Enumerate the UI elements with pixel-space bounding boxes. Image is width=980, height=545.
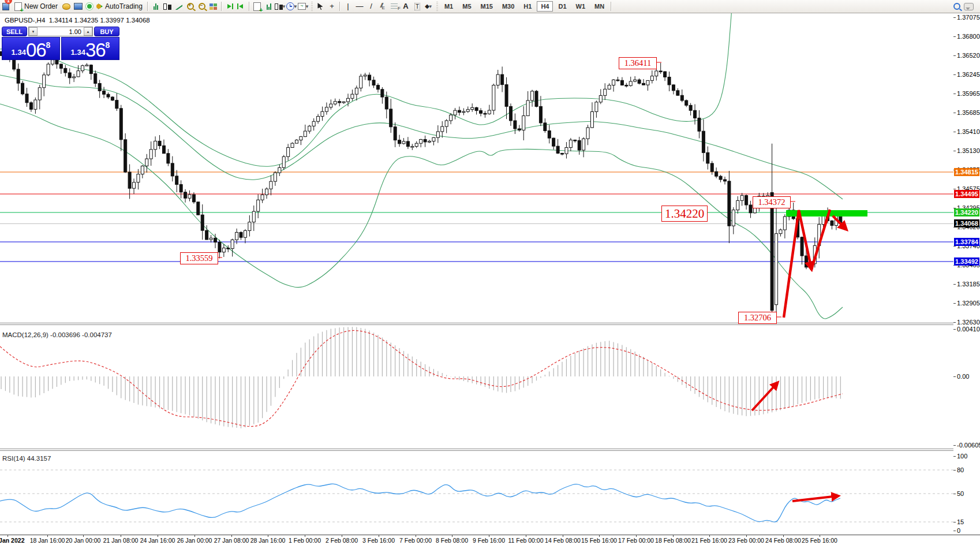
chart-symbol-header: GBPUSD-,H4 1.34114 1.34235 1.33997 1.340… [5,17,150,24]
new-chart-icon[interactable]: ▼ [275,1,286,12]
annotation-arrows[interactable] [217,62,846,501]
price-tag: 1.34068 [954,219,979,227]
macd-histogram [1,327,840,428]
rsi-tick-label: 80 [957,466,964,473]
horizontal-lines[interactable] [0,172,953,262]
price-annotation-label[interactable]: 1.34372 [753,196,791,208]
time-tick-label: 17 Jan 2022 [0,537,24,544]
trading-terminal-window: New Order AutoTrading + − ▼ ▼ ~▼ + | — /… [0,0,980,545]
time-tick-label: 23 Feb 00:00 [728,537,764,544]
chart-shift-icon[interactable] [235,1,247,12]
text-tool-icon[interactable]: A [400,1,412,12]
timeframe-m15[interactable]: M15 [477,1,497,12]
volume-value[interactable]: 1.00 [38,27,84,36]
timeframe-w1[interactable]: W1 [572,1,590,12]
sell-button[interactable]: SELL [2,27,27,36]
rsi-tick-label: 15 [957,518,964,525]
channel-tool-icon[interactable]: /// [377,1,388,12]
deposit-icon[interactable] [61,1,72,12]
zoom-out-icon[interactable]: − [196,1,208,12]
panel-separator[interactable] [0,449,980,449]
timeframe-m5[interactable]: M5 [458,1,475,12]
autotrading-icon [98,3,103,9]
timeframe-m1[interactable]: M1 [440,1,457,12]
time-tick-label: 24 Jan 16:00 [140,537,175,544]
timeframe-toolbar: M1M5M15M30H1H4D1W1MN [440,1,609,12]
price-annotation-label[interactable]: 1.32706 [738,312,777,324]
time-tick-label: 26 Jan 00:00 [177,537,212,544]
price-tick-label: 1.32630 [957,319,980,326]
bar-chart-icon[interactable] [150,1,162,12]
objects-list-icon[interactable] [263,1,275,12]
time-axis[interactable]: 17 Jan 202218 Jan 16:0020 Jan 00:0021 Ja… [0,535,980,545]
volume-increase-button[interactable]: ▲ [84,27,92,36]
price-tag: 1.34220 [954,208,979,216]
terminal-icon[interactable] [72,1,84,12]
volume-decrease-button[interactable]: ▼ [29,27,38,36]
time-tick-label: 1 Feb 00:00 [289,537,321,544]
price-tick-label: 1.36245 [957,71,980,78]
fibonacci-tool-icon[interactable] [388,1,400,12]
time-tick-label: 24 Feb 08:00 [765,537,801,544]
sell-price-button[interactable]: 1.34068 [2,37,60,60]
timeframe-h4[interactable]: H4 [537,1,553,12]
chart-canvas[interactable] [0,13,953,535]
price-tick-label: 1.36520 [957,52,980,59]
indicators-icon[interactable] [252,1,263,12]
time-tick-label: 21 Feb 16:00 [691,537,727,544]
macd-label: MACD(12,26,9) -0.003696 -0.004737 [2,331,112,338]
notifications-icon[interactable]: 1 [963,1,974,12]
zoom-in-icon[interactable]: + [185,1,196,12]
trendline-tool-icon[interactable]: / [365,1,377,12]
horizontal-line-tool-icon[interactable]: — [354,1,365,12]
time-tick-label: 17 Feb 00:00 [618,537,654,544]
panel-separator[interactable] [0,323,980,323]
time-tick-label: 28 Jan 16:00 [250,537,286,544]
time-tick-label: 9 Feb 16:00 [473,537,505,544]
period-icon[interactable]: ▼ [286,1,298,12]
price-annotation-label[interactable]: 1.34220 [661,206,708,222]
candlestick-series [0,46,842,320]
time-tick-label: 2 Feb 08:00 [326,537,358,544]
buy-button[interactable]: BUY [94,27,119,36]
main-toolbar: New Order AutoTrading + − ▼ ▼ ~▼ + | — /… [0,0,980,13]
new-order-button[interactable]: New Order [12,1,61,12]
timeframe-h1[interactable]: H1 [519,1,536,12]
time-tick-label: 25 Feb 16:00 [802,537,837,544]
template-icon[interactable]: ~▼ [298,1,309,12]
timeframe-d1[interactable]: D1 [554,1,570,12]
autotrading-button[interactable]: AutoTrading [95,1,145,12]
vertical-line-tool-icon[interactable]: | [342,1,354,12]
candlestick-chart-icon[interactable] [162,1,173,12]
one-click-trading-panel: SELL ▼ 1.00 ▲ BUY 1.34068 1.34368 [2,27,119,60]
auto-scroll-icon[interactable] [224,1,235,12]
tile-windows-icon[interactable] [208,1,219,12]
timeframe-m30[interactable]: M30 [498,1,518,12]
cursor-tool-icon[interactable] [315,1,326,12]
price-tick-label: 1.37075 [957,14,980,21]
search-icon[interactable] [951,1,963,12]
rsi-label: RSI(14) 44.3157 [2,455,51,462]
price-annotation-label[interactable]: 1.33559 [180,252,218,264]
timeframe-mn[interactable]: MN [590,1,608,12]
time-tick-label: 21 Jan 08:00 [103,537,139,544]
buy-price-button[interactable]: 1.34368 [61,37,119,60]
line-chart-icon[interactable] [173,1,185,12]
time-tick-label: 8 Feb 08:00 [436,537,468,544]
price-tick-label: 1.35410 [957,128,980,135]
price-tick-label: 1.35685 [957,109,980,116]
signal-icon[interactable] [84,1,95,12]
price-axis[interactable]: 1.370751.368001.365201.362451.359651.356… [953,13,980,535]
arrows-tool-icon[interactable]: ◆▼ [423,1,435,12]
time-tick-label: 11 Feb 00:00 [508,537,543,544]
panel-separator [0,324,980,325]
price-tick-label: 1.32905 [957,300,980,307]
price-tick-label: 1.35130 [957,147,980,154]
price-annotation-label[interactable]: 1.36411 [619,57,657,69]
time-tick-label: 18 Feb 08:00 [655,537,691,544]
price-tick-label: 1.36800 [957,33,980,40]
crosshair-tool-icon[interactable]: + [326,1,338,12]
text-label-tool-icon[interactable]: T [412,1,423,12]
rsi-tick-label: 0 [957,527,960,534]
macd-tick-label: 0.004103 [957,326,980,333]
